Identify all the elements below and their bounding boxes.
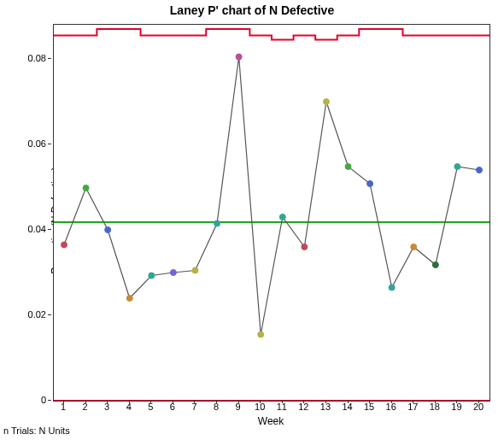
data-point [477,167,483,173]
data-point [411,244,417,250]
data-point [149,273,155,279]
data-point [236,54,242,60]
ucl-line [54,29,489,40]
x-axis-ticks: 1234567891011121314151617181920 [53,402,489,415]
data-point [302,244,308,250]
y-axis-ticks: 00.020.040.060.08 [0,24,51,400]
plot-area [53,24,490,402]
data-point [454,164,460,170]
chart-footnote: n Trials: N Units [3,425,70,436]
data-point [367,181,373,187]
y-tick-label: 0 [41,395,46,405]
data-point [192,267,198,273]
data-point [323,99,329,105]
data-point [170,270,176,276]
x-axis-label: Week [53,415,489,427]
y-tick-label: 0.08 [28,53,46,63]
data-point [345,164,351,170]
data-point [258,331,264,337]
data-point [432,262,438,268]
chart-container: Laney P' chart of N Defective Proportion… [0,0,504,440]
data-point [389,285,395,290]
data-point [105,227,111,233]
data-point [83,185,89,191]
y-tick-label: 0.04 [28,224,46,234]
data-point [214,220,220,226]
chart-title: Laney P' chart of N Defective [0,3,504,17]
y-tick-label: 0.06 [28,138,46,149]
chart-svg [54,25,489,401]
data-line [64,57,479,335]
data-point [279,214,285,220]
y-tick-label: 0.02 [28,309,46,320]
data-point [62,242,67,248]
data-point [126,296,132,302]
